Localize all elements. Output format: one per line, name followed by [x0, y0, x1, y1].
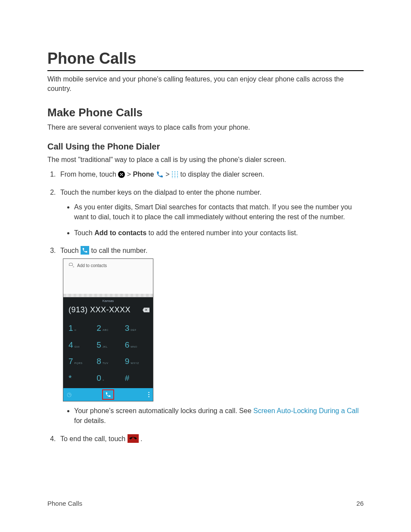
screenshot-strip: [63, 294, 153, 297]
keypad-key: 9WXYZ: [122, 353, 150, 370]
key-letters: TUV: [103, 361, 109, 365]
steps-list: From home, touch > Phone > to display th…: [47, 169, 364, 444]
step3-b: to call the number.: [91, 247, 148, 254]
step2b2-bold: Add to contacts: [94, 229, 146, 236]
step1-post: to display the dialer screen.: [181, 171, 265, 178]
page-footer: Phone Calls 26: [47, 500, 364, 507]
end-call-icon: [128, 434, 139, 443]
section-dialer: Call Using the Phone Dialer: [47, 142, 364, 152]
step3-note: Your phone's screen automatically locks …: [74, 406, 364, 426]
footer-section: Phone Calls: [47, 500, 82, 507]
key-digit: 5: [97, 339, 101, 352]
key-digit: 0: [97, 372, 101, 385]
key-letters: ∞: [75, 328, 77, 332]
keypad-key: 0+: [94, 370, 122, 387]
key-digit: *: [68, 372, 72, 385]
step4-b: .: [140, 435, 142, 442]
add-to-contacts-row: Add to contacts: [63, 259, 153, 273]
add-to-contacts-label: Add to contacts: [77, 262, 107, 269]
keypad-key: 3DEF: [122, 320, 150, 337]
keypad-key: #: [122, 370, 150, 387]
footer-page-number: 26: [356, 500, 364, 507]
history-icon: ◷: [67, 390, 72, 399]
dialer-screenshot: Add to contacts Kansas (913) XXX-XXXX 1∞…: [63, 258, 153, 401]
overflow-menu-icon: [148, 392, 149, 398]
section-dialer-intro: The most "traditional" way to place a ca…: [47, 155, 364, 165]
step1-gt1: >: [127, 171, 133, 178]
step1-gt2: >: [165, 171, 171, 178]
keypad-key: 5JKL: [94, 337, 122, 354]
key-digit: #: [125, 372, 130, 385]
step1-phone-label: Phone: [133, 171, 154, 178]
add-contact-icon: [68, 263, 74, 269]
key-letters: WXYZ: [131, 361, 139, 365]
keypad-key: 1∞: [66, 320, 94, 337]
step4-a: To end the call, touch: [60, 435, 128, 442]
step2-bullets: As you enter digits, Smart Dial searches…: [60, 202, 364, 238]
key-digit: 8: [97, 355, 101, 368]
screen-autolock-link[interactable]: Screen Auto-Locking During a Call: [253, 407, 359, 414]
call-button-icon: [81, 246, 89, 255]
key-letters: MNO: [131, 345, 137, 349]
key-letters: GHI: [75, 345, 80, 349]
keypad-key: 8TUV: [94, 353, 122, 370]
screenshot-call-button: [102, 389, 114, 400]
step-1: From home, touch > Phone > to display th…: [58, 169, 364, 180]
step-3: Touch to call the number. Add to contact…: [58, 246, 364, 426]
keypad-key: 2ABC: [94, 320, 122, 337]
key-letters: DEF: [131, 328, 137, 332]
step3-note-a: Your phone's screen automatically locks …: [74, 407, 253, 414]
step2-bullet-2: Touch Add to contacts to add the entered…: [74, 228, 364, 238]
key-digit: 2: [97, 322, 101, 335]
screenshot-location: Kansas: [63, 297, 153, 304]
key-letters: PQRS: [75, 361, 83, 365]
step-2: Touch the number keys on the dialpad to …: [58, 187, 364, 238]
key-digit: 3: [125, 322, 130, 335]
screenshot-dialpad-area: Kansas (913) XXX-XXXX 1∞2ABC3DEF4GHI5JKL…: [63, 297, 153, 388]
backspace-icon: [143, 308, 149, 312]
screenshot-top: Add to contacts: [63, 259, 153, 297]
keypad-key: 4GHI: [66, 337, 94, 354]
screenshot-keypad: 1∞2ABC3DEF4GHI5JKL6MNO7PQRS8TUV9WXYZ*0+#: [63, 319, 153, 388]
keypad-key: *: [66, 370, 94, 387]
step2-text: Touch the number keys on the dialpad to …: [60, 189, 262, 196]
screenshot-number: (913) XXX-XXXX: [68, 304, 131, 316]
section-make-calls-intro: There are several convenient ways to pla…: [47, 123, 364, 132]
key-letters: ABC: [103, 328, 109, 332]
step2b2-b: to add the entered number into your cont…: [146, 229, 298, 236]
step-4: To end the call, touch .: [58, 434, 364, 444]
key-digit: 9: [125, 355, 130, 368]
phone-icon: [156, 171, 164, 178]
step3-note-b: for details.: [74, 417, 106, 424]
step2b2-a: Touch: [74, 229, 94, 236]
key-digit: 7: [68, 355, 73, 368]
key-digit: 1: [68, 322, 73, 335]
page-title: Phone Calls: [47, 50, 364, 71]
step1-pre: From home, touch: [60, 171, 118, 178]
screenshot-bottom-bar: ◷: [63, 388, 153, 401]
apps-icon: [118, 171, 125, 178]
screenshot-number-row: (913) XXX-XXXX: [63, 304, 153, 319]
key-letters: JKL: [103, 345, 108, 349]
section-make-calls: Make Phone Calls: [47, 106, 364, 119]
key-digit: 6: [125, 339, 130, 352]
keypad-key: 7PQRS: [66, 353, 94, 370]
step3-a: Touch: [60, 247, 81, 254]
screenshot-blank: [63, 273, 153, 294]
keypad-key: 6MNO: [122, 337, 150, 354]
intro-text: With mobile service and your phone's cal…: [47, 75, 364, 94]
step2-bullet-1: As you enter digits, Smart Dial searches…: [74, 202, 364, 222]
key-digit: 4: [68, 339, 73, 352]
step3-bullets: Your phone's screen automatically locks …: [60, 406, 364, 426]
key-letters: +: [103, 378, 104, 382]
dialpad-icon: [171, 171, 178, 178]
